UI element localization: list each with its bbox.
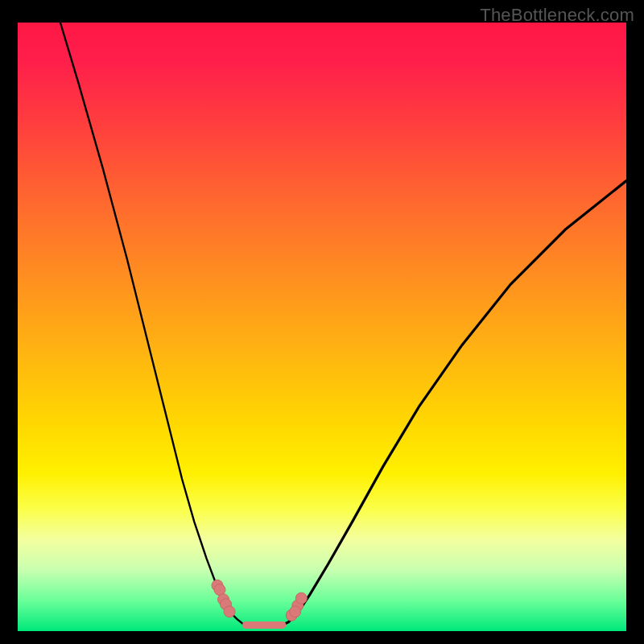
chart-frame: TheBottleneck.com bbox=[0, 0, 644, 644]
left-branch-curve bbox=[60, 23, 246, 625]
marker-dot bbox=[290, 606, 301, 617]
marker-dot bbox=[224, 606, 235, 617]
plot-area bbox=[18, 23, 626, 631]
watermark-text: TheBottleneck.com bbox=[480, 5, 634, 26]
markers-left-group bbox=[212, 580, 235, 617]
curve-layer bbox=[18, 23, 626, 631]
right-branch-curve bbox=[283, 181, 626, 625]
marker-dot bbox=[295, 592, 307, 604]
markers-right-group bbox=[286, 592, 307, 621]
